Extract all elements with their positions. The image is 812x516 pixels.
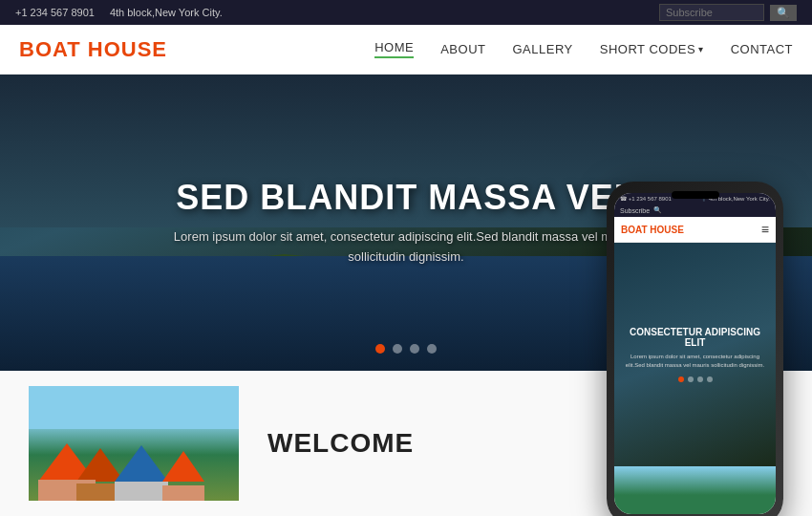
top-bar-left: +1 234 567 8901 4th block,New York City. [15, 7, 223, 18]
hero-content: SED BLANDIT MASSA VEL Lorem ipsum dolor … [167, 178, 645, 268]
sky-background [29, 386, 239, 429]
phone-dot-1[interactable] [678, 376, 684, 382]
wall-3 [115, 482, 168, 501]
nav-home[interactable]: HOME [374, 40, 414, 58]
bottom-image [29, 386, 239, 501]
phone-dot-4[interactable] [707, 376, 713, 382]
hero-dots [375, 344, 437, 354]
hero-subtitle: Lorem ipsum dolor sit amet, consectetur … [167, 227, 645, 268]
hero-dot-2[interactable] [393, 344, 402, 354]
top-bar: +1 234 567 8901 4th block,New York City.… [0, 0, 812, 25]
phone-hero-text: Lorem ipsum dolor sit amet, consectetur … [622, 353, 768, 369]
phone-number: +1 234 567 8901 [15, 7, 95, 18]
phone-hero-title: CONSECTETUR ADIPISCING ELIT [622, 327, 768, 348]
hero-dot-4[interactable] [427, 344, 437, 354]
wall-4 [162, 485, 204, 501]
phone-screen: ☎ +1 234 567 8901 📍 4th block,New York C… [614, 193, 776, 514]
hero-dot-1[interactable] [375, 344, 385, 354]
phone-search-bar: Subscribe 🔍 [614, 204, 776, 217]
hero-title: SED BLANDIT MASSA VEL [167, 178, 645, 218]
top-bar-right: 🔍 [659, 4, 797, 21]
phone-bottom-bg [614, 466, 776, 514]
nav-bar: BOAT HOUSE HOME ABOUT GALLERY SHORT CODE… [0, 25, 812, 75]
roof-3 [115, 445, 168, 482]
roof-4 [162, 451, 204, 482]
phone-nav: BOAT HOUSE ≡ [614, 217, 776, 243]
phone-phone: ☎ +1 234 567 8901 [620, 195, 672, 202]
phone-bottom-image [614, 466, 776, 514]
nav-gallery[interactable]: GALLERY [513, 42, 573, 56]
phone-brand[interactable]: BOAT HOUSE [621, 225, 684, 235]
phone-outer: ☎ +1 234 567 8901 📍 4th block,New York C… [607, 182, 783, 516]
nav-about[interactable]: ABOUT [440, 42, 485, 56]
phone-dot-3[interactable] [697, 376, 703, 382]
phone-mockup: ☎ +1 234 567 8901 📍 4th block,New York C… [607, 182, 783, 516]
phone-notch [672, 191, 719, 199]
brand-logo[interactable]: BOAT HOUSE [19, 37, 167, 62]
phone-subscribe: Subscribe [620, 207, 650, 214]
nav-contact[interactable]: CONTACT [731, 42, 793, 56]
bottom-section: WELCOME ☎ +1 234 567 8901 📍 4th block,Ne… [0, 371, 812, 516]
nav-links: HOME ABOUT GALLERY SHORT CODES CONTACT [374, 40, 793, 58]
phone-dots [678, 376, 713, 382]
phone-hamburger-icon[interactable]: ≡ [761, 222, 769, 237]
hero-dot-3[interactable] [410, 344, 419, 354]
phone-search-icon[interactable]: 🔍 [653, 206, 662, 214]
nav-shortcodes[interactable]: SHORT CODES [600, 42, 704, 56]
phone-hero: CONSECTETUR ADIPISCING ELIT Lorem ipsum … [614, 243, 776, 466]
search-button[interactable]: 🔍 [770, 5, 797, 21]
address: 4th block,New York City. [110, 7, 223, 18]
phone-dot-2[interactable] [688, 376, 694, 382]
subscribe-input[interactable] [659, 4, 764, 21]
